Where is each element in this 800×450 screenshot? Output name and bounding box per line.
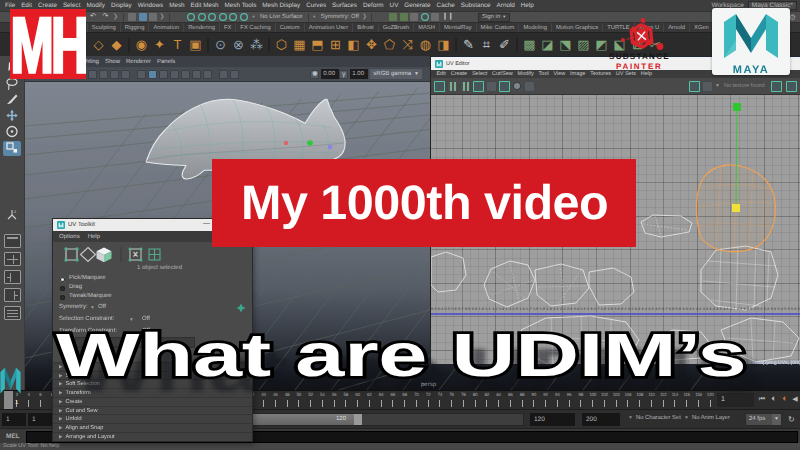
sign-in-button[interactable]: Sign in▼ [478, 13, 510, 22]
wireframe-icon[interactable] [137, 70, 146, 79]
anim-layer-dropdown[interactable]: ▼No Anim Layer [684, 415, 730, 421]
uv-editor-menu-item[interactable]: View [551, 71, 568, 77]
atom-x-icon[interactable]: ⊗ [230, 36, 247, 54]
selection-constraint-dropdown-arrow[interactable]: ▼ [129, 317, 134, 323]
menu-item[interactable]: Mesh Tools [222, 2, 260, 9]
group-arrow-icon[interactable]: ❯ [113, 13, 118, 21]
axis-orientation-icon[interactable]: z [3, 208, 21, 223]
uv-grid-select-icon[interactable] [149, 249, 160, 260]
separator[interactable]: | [453, 36, 459, 54]
move-tool-button[interactable] [3, 109, 21, 124]
selection-constraint-value[interactable]: Off [142, 316, 150, 322]
uv-update-icon[interactable] [771, 81, 782, 92]
pause-icon[interactable]: ❙❙ [442, 13, 452, 21]
shaded-icon[interactable] [148, 70, 157, 79]
symmetry-icon[interactable] [236, 303, 246, 313]
uv-half-icon[interactable]: ◧ [345, 36, 362, 54]
resolution-gate-icon[interactable] [99, 70, 108, 79]
symmetry-dropdown-arrow[interactable]: ▼ [90, 305, 95, 311]
snap-projected-icon[interactable] [219, 13, 227, 21]
unfold-uv-icon[interactable]: ▨ [575, 36, 592, 54]
blank[interactable] [132, 70, 135, 79]
symmetry-dropdown[interactable]: Symmetry: Off [321, 14, 359, 20]
uv-toolkit-menu-item[interactable]: Help [84, 234, 104, 240]
scale-tool-button[interactable] [3, 141, 21, 156]
sew-uv-icon[interactable]: ◪ [539, 36, 556, 54]
shelf-tab[interactable]: FX Caching [236, 23, 275, 33]
screenspace-ao-icon[interactable] [192, 70, 201, 79]
uv-move-icon[interactable]: ✥ [363, 36, 380, 54]
gate-mask-icon[interactable] [110, 70, 119, 79]
menu-item[interactable]: File [2, 2, 18, 9]
divider[interactable] [371, 13, 372, 22]
rotate-tool-button[interactable] [3, 125, 21, 140]
cut-uv-icon[interactable]: ▩ [521, 36, 538, 54]
toolkit-section-header[interactable]: ▶Select By [53, 371, 252, 380]
menu-item[interactable]: Cache [434, 2, 458, 9]
loop-toggle-icon[interactable]: ↻ [788, 415, 795, 424]
text-box-icon[interactable]: ▣ [187, 36, 204, 54]
drag-select-icon[interactable] [81, 248, 96, 262]
layout-list-pane-button[interactable] [4, 306, 21, 320]
separator[interactable]: | [266, 36, 272, 54]
shelf-tab[interactable]: Custom [276, 23, 305, 33]
uv-texture-borders-icon[interactable] [524, 81, 535, 92]
menu-item[interactable]: Modify [83, 2, 108, 9]
symmetry-value[interactable]: Off [98, 304, 106, 310]
shadows-icon[interactable] [181, 70, 190, 79]
select-object-icon[interactable] [139, 13, 147, 21]
command-line-label[interactable]: MEL [6, 433, 20, 440]
paint-select-tool-button[interactable] [3, 93, 21, 108]
minimize-button[interactable]: — [203, 220, 210, 227]
menu-item[interactable]: Help [518, 2, 537, 9]
uv-sphere-icon[interactable]: ⬡ [273, 36, 290, 54]
snap-grid-icon[interactable] [187, 13, 195, 21]
snap-curve-icon[interactable] [198, 13, 206, 21]
uv-grid-toggle-icon[interactable] [434, 81, 445, 92]
uv-toolkit-menu-item[interactable]: Options [55, 234, 84, 240]
uv-editor-menu-item[interactable]: Image [568, 71, 588, 77]
shelf-tab[interactable]: GoZBrush [379, 23, 414, 33]
fps-dropdown[interactable]: 24 fps▼ [745, 413, 782, 426]
uv-shell-fin3[interactable] [589, 268, 634, 305]
snap-view-icon[interactable] [229, 13, 237, 21]
uv-box-icon[interactable]: ◨ [435, 36, 452, 54]
uv-shell-bottom2[interactable] [651, 330, 711, 360]
redo-icon[interactable]: ↷ [101, 13, 111, 21]
texture-image-icon[interactable] [689, 81, 700, 92]
uv-shell-fin1[interactable] [484, 261, 535, 307]
menu-item[interactable]: Substance [458, 2, 494, 9]
step-back-frame-button[interactable]: ⏴ [767, 393, 778, 407]
atom-icon[interactable]: ⊙ [212, 36, 229, 54]
uv-bake-icon[interactable] [786, 81, 797, 92]
exposure-field[interactable]: 0.00 [321, 69, 339, 79]
colorspace-dropdown[interactable]: sRGB gamma▼ [370, 69, 422, 79]
uv-circle-icon[interactable]: ◍ [417, 36, 434, 54]
toolkit-button[interactable] [75, 337, 195, 348]
pick-marquee-radio[interactable] [60, 277, 65, 282]
pencil-icon[interactable]: ✎ [460, 36, 477, 54]
menu-item[interactable]: Mesh Display [259, 2, 303, 9]
shelf-tab[interactable]: MASH [414, 23, 440, 33]
poly-cube-icon[interactable]: ◇ [90, 36, 107, 54]
sphere-project-icon[interactable]: ◉ [133, 36, 150, 54]
toolkit-section-header[interactable]: ▶Transform [53, 388, 252, 397]
uv-shell-bottom3[interactable] [721, 318, 799, 362]
menu-item[interactable]: Curves [303, 2, 329, 9]
menu-item[interactable]: Edit Mesh [188, 2, 222, 9]
toolkit-section-header[interactable]: ▶Unfold [53, 414, 252, 423]
drag-radio[interactable] [60, 286, 65, 291]
xray-icon[interactable] [230, 70, 239, 79]
shelf-tab[interactable]: Mike Custom [477, 23, 520, 33]
grab-uv-icon[interactable]: ⬔ [557, 36, 574, 54]
multisample-icon[interactable] [203, 70, 212, 79]
group-arrow-icon[interactable]: ❯ [362, 13, 367, 21]
divider[interactable] [123, 13, 124, 22]
menu-item[interactable]: Select [60, 2, 84, 9]
go-to-start-button[interactable]: ⏮ [756, 393, 767, 407]
uv-view-grid-icon[interactable] [486, 81, 497, 92]
tweak-marquee-radio[interactable] [60, 295, 65, 300]
layout-four-pane-button[interactable] [4, 252, 21, 266]
uv-pixel-snap-icon[interactable] [460, 81, 471, 92]
step-back-key-button[interactable]: ⏴ [778, 393, 789, 407]
